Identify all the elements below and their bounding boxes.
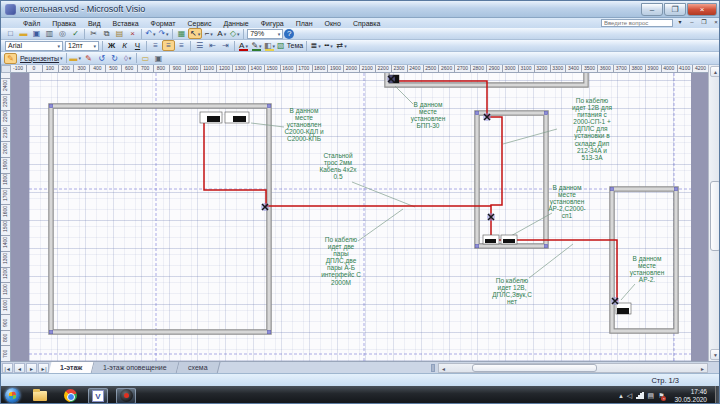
menu-item-10[interactable]: Справка (347, 20, 386, 27)
volume-icon[interactable]: ◁ (627, 392, 632, 400)
ink-tool-icon[interactable]: ✎ (4, 53, 17, 64)
open-folder-icon[interactable]: ▬ (17, 28, 30, 39)
scroll-right-icon[interactable]: ► (700, 365, 705, 373)
tab-nav-button-3[interactable]: ►| (38, 363, 49, 373)
taskbar-recorder-button[interactable] (116, 388, 136, 404)
ink-redo-icon[interactable]: ↻ (108, 53, 121, 64)
scroll-up-icon[interactable]: ▲ (710, 66, 720, 77)
eraser-icon[interactable]: ◊▾ (121, 53, 134, 64)
pane-splitter[interactable] (431, 364, 435, 372)
doc-window-button-3[interactable]: × (711, 19, 720, 27)
tab-nav-button-0[interactable]: |◄ (2, 363, 13, 373)
font-name-select[interactable]: Arial▾ (5, 41, 63, 51)
action-center-flag-icon[interactable]: ⚑× (658, 392, 664, 400)
zoom-select[interactable]: 79%▾ (247, 29, 283, 39)
menu-item-7[interactable]: Фигура (255, 20, 290, 27)
align-right-icon[interactable]: ≡ (175, 40, 188, 51)
taskbar-clock[interactable]: 17:46 30.05.2020 (674, 388, 707, 404)
tray-expand-icon[interactable]: ▴ (619, 392, 623, 400)
bullets-icon[interactable]: ☰ (193, 40, 206, 51)
vertical-scrollbar[interactable]: ▲ ▼ (708, 65, 720, 361)
italic-icon[interactable]: К (118, 40, 131, 51)
align-center-icon[interactable]: ≡ (162, 40, 175, 51)
drawing-canvas[interactable]: В данном месте установлен С2000-КДЛ и С2… (11, 73, 708, 361)
menu-item-6[interactable]: Данные (217, 20, 254, 27)
theme-icon[interactable]: ▧Тема (276, 40, 304, 51)
scroll-left-icon[interactable]: ◄ (441, 365, 446, 373)
menu-item-5[interactable]: Сервис (181, 20, 217, 27)
line-color-icon[interactable]: ✎▾ (250, 40, 263, 51)
annotation-text-0[interactable]: В данном месте установлен С2000-КДЛ и С2… (269, 107, 339, 142)
annotation-text-1[interactable]: В данном месте установлен БПП-30 (393, 101, 463, 129)
menu-item-0[interactable]: Файл (17, 20, 46, 27)
menu-item-4[interactable]: Формат (145, 20, 182, 27)
decrease-indent-icon[interactable]: ⇤ (206, 40, 219, 51)
horizontal-ruler[interactable]: -100010020030040050060070080090010001100… (11, 65, 708, 73)
pointer-tool-icon[interactable]: ↖▾ (188, 28, 202, 39)
close-button[interactable]: × (687, 3, 717, 16)
increase-indent-icon[interactable]: ⇥ (219, 40, 232, 51)
redo-icon[interactable]: ↷▾ (157, 28, 170, 39)
vertical-ruler[interactable]: 2400230022002100200019001800170016001500… (1, 73, 11, 361)
connector-tool-icon[interactable]: ⌐▾ (202, 28, 215, 39)
line-ends-icon[interactable]: ⇄▾ (335, 40, 348, 51)
menu-item-8[interactable]: План (290, 20, 319, 27)
font-size-select[interactable]: 12пт▾ (65, 41, 99, 51)
paste-icon[interactable]: ▤ (113, 28, 126, 39)
marker-pen-icon[interactable]: ✎ (82, 53, 95, 64)
print-icon[interactable]: ▥ (43, 28, 56, 39)
save-icon[interactable]: ▣ (30, 28, 43, 39)
delete-icon[interactable]: × (126, 28, 139, 39)
font-color-icon[interactable]: А▾ (237, 40, 250, 51)
shapes-window-icon[interactable]: ▦ (175, 28, 188, 39)
maximize-button[interactable]: ❐ (664, 3, 686, 16)
annotation-text-5[interactable]: По кабелю идет две пары ДПЛС,две пары А-… (306, 236, 376, 286)
undo-icon[interactable]: ↶▾ (144, 28, 157, 39)
minimize-button[interactable]: – (641, 3, 663, 16)
taskbar-chrome-button[interactable] (60, 388, 80, 404)
title-bar[interactable]: котельная.vsd - Microsoft Visio – ❐ × (1, 1, 720, 18)
line-pattern-icon[interactable]: ╍▾ (322, 40, 335, 51)
scroll-down-icon[interactable]: ▼ (710, 349, 720, 360)
network-icon[interactable] (636, 392, 644, 399)
help-icon[interactable]: ? (284, 29, 294, 39)
align-left-icon[interactable]: ≡ (149, 40, 162, 51)
menu-item-2[interactable]: Вид (82, 20, 107, 27)
ink-undo-icon[interactable]: ↺ (95, 53, 108, 64)
drawing-tools-icon[interactable]: ◇▾ (228, 28, 241, 39)
line-weight-icon[interactable]: ≣▾ (309, 40, 322, 51)
reviewers-button[interactable]: Рецензенты▾ (17, 53, 64, 64)
menu-item-9[interactable]: Окно (319, 20, 347, 27)
doc-window-button-0[interactable]: ▾ (675, 19, 685, 27)
show-desktop-button[interactable] (715, 386, 720, 404)
copy-icon[interactable]: ⧉ (100, 28, 113, 39)
horizontal-scroll-thumb[interactable] (472, 364, 597, 372)
spelling-icon[interactable]: ✓ (69, 28, 82, 39)
doc-window-button-2[interactable]: ❐ (699, 19, 709, 27)
annotation-text-7[interactable]: В данном месте установлен АР-2. (612, 255, 682, 283)
new-document-icon[interactable]: □ (4, 28, 17, 39)
annotation-text-2[interactable]: Стальной трос 2мм Кабель 4х2х 0.5 (303, 152, 373, 180)
annotation-text-4[interactable]: В данном месте установлен АР-2,С2000- сп… (532, 184, 602, 219)
drawing-folder-icon[interactable]: ▬▾ (69, 53, 83, 64)
vertical-scroll-thumb[interactable] (710, 181, 720, 251)
taskbar-explorer-button[interactable] (30, 388, 50, 404)
tab-nav-button-1[interactable]: ◄ (14, 363, 25, 373)
taskbar-visio-button[interactable]: V (88, 388, 108, 404)
cut-icon[interactable]: ✂ (87, 28, 100, 39)
keyboard-layout-icon[interactable]: ▤ (648, 392, 655, 400)
tab-nav-button-2[interactable]: ► (26, 363, 37, 373)
start-button-icon[interactable] (5, 388, 20, 403)
print-preview-icon[interactable]: ◎ (56, 28, 69, 39)
bold-icon[interactable]: Ж (105, 40, 118, 51)
annotation-text-3[interactable]: По кабелю идет 12В для питания с 2000-СП… (557, 97, 627, 161)
doc-window-button-1[interactable]: – (687, 19, 697, 27)
menu-item-3[interactable]: Вставка (107, 20, 145, 27)
fill-color-icon[interactable]: ◧▾ (263, 40, 276, 51)
comment-icon[interactable]: ▭ (139, 53, 152, 64)
menu-item-1[interactable]: Правка (46, 20, 82, 27)
annotation-text-6[interactable]: По кабелю идет 12В, ДПЛС,Звук,С нет (477, 277, 547, 305)
underline-icon[interactable]: Ч (131, 40, 144, 51)
ask-question-input[interactable] (601, 19, 673, 27)
horizontal-scrollbar[interactable]: ◄ ► (438, 363, 708, 373)
